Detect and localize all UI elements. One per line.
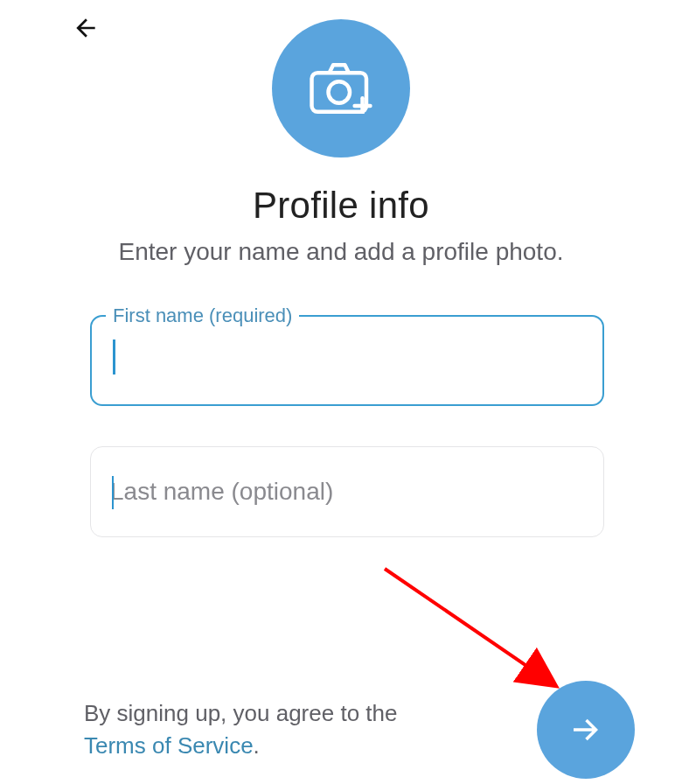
back-button[interactable] bbox=[68, 10, 103, 46]
arrow-right-icon bbox=[567, 711, 604, 748]
text-cursor bbox=[112, 476, 114, 509]
svg-point-1 bbox=[329, 81, 351, 103]
signup-agreement-text: By signing up, you agree to the Terms of… bbox=[84, 697, 399, 763]
terms-of-service-link[interactable]: Terms of Service bbox=[84, 732, 254, 759]
page-subtitle: Enter your name and add a profile photo. bbox=[0, 238, 682, 266]
next-button[interactable] bbox=[537, 681, 635, 779]
camera-add-icon bbox=[310, 63, 372, 114]
arrow-left-icon bbox=[72, 14, 100, 42]
last-name-field[interactable] bbox=[90, 446, 604, 537]
first-name-input[interactable] bbox=[111, 317, 583, 404]
annotation-arrow bbox=[376, 560, 586, 709]
text-cursor bbox=[113, 340, 115, 374]
page-title: Profile info bbox=[0, 185, 682, 227]
svg-line-4 bbox=[385, 569, 551, 682]
first-name-field[interactable]: First name (required) bbox=[90, 315, 604, 406]
add-photo-button[interactable] bbox=[272, 19, 410, 158]
last-name-input[interactable] bbox=[110, 478, 584, 506]
agreement-part2: . bbox=[254, 732, 260, 759]
agreement-part1: By signing up, you agree to the bbox=[84, 700, 397, 726]
first-name-label: First name (required) bbox=[106, 304, 299, 327]
